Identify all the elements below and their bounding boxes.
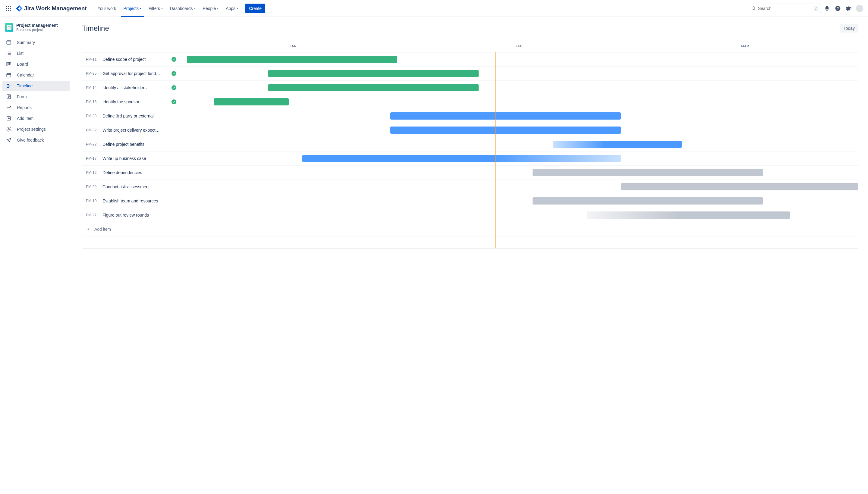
- task-info: PM-22Define project benefits: [82, 137, 180, 151]
- svg-point-7: [7, 53, 7, 54]
- task-title: Identify the sponsor: [103, 99, 169, 104]
- task-info: PM-33Define 3rd party or external: [82, 109, 180, 123]
- sidebar-item-label: Calendar: [17, 73, 34, 77]
- today-marker: [496, 52, 496, 248]
- gantt-cell: [180, 137, 858, 151]
- gantt-bar[interactable]: [587, 211, 790, 219]
- gantt-bar[interactable]: [553, 141, 682, 148]
- today-button[interactable]: Today: [840, 24, 858, 33]
- month-header: MAR: [632, 40, 858, 52]
- sidebar-item-label: Add item: [17, 116, 34, 121]
- month-header: JAN: [180, 40, 406, 52]
- sidebar-item-reports[interactable]: Reports: [2, 102, 70, 113]
- sidebar-item-settings[interactable]: Project settings: [2, 124, 70, 134]
- task-row[interactable]: PM-13Identify the sponsor: [82, 95, 858, 109]
- notifications-button[interactable]: [822, 4, 832, 13]
- timeline-body: PM-11Define scope of projectPM-35Get app…: [82, 52, 858, 222]
- sidebar-item-label: Board: [17, 62, 28, 66]
- task-title: Conduct risk assessment: [103, 184, 174, 189]
- chevron-down-icon: ▾: [161, 7, 163, 10]
- task-title: Define 3rd party or external: [103, 114, 174, 118]
- task-row[interactable]: PM-22Define project benefits: [82, 137, 858, 152]
- settings-button[interactable]: [844, 4, 853, 13]
- nav-your-work[interactable]: Your work: [95, 4, 119, 13]
- gantt-bar[interactable]: [533, 169, 763, 176]
- task-row[interactable]: PM-10Establish team and resources: [82, 194, 858, 208]
- sidebar-item-board[interactable]: Board: [2, 59, 70, 69]
- task-row[interactable]: PM-29Conduct risk assessment: [82, 180, 858, 194]
- gantt-bar[interactable]: [621, 183, 858, 190]
- gantt-bar[interactable]: [268, 70, 478, 77]
- svg-rect-13: [8, 62, 10, 65]
- task-info: PM-32Write project delivery expect…: [82, 123, 180, 137]
- gantt-cell: [180, 208, 858, 222]
- top-nav: Jira Work Management Your work Projects▾…: [0, 0, 868, 17]
- task-row[interactable]: PM-27Figure out review rounds: [82, 208, 858, 222]
- sidebar-item-add[interactable]: Add item: [2, 113, 70, 124]
- sidebar-item-form[interactable]: Form: [2, 92, 70, 102]
- profile-button[interactable]: [855, 4, 864, 13]
- gantt-bar[interactable]: [187, 56, 397, 63]
- task-row[interactable]: PM-11Define scope of project: [82, 52, 858, 66]
- task-row[interactable]: PM-17Write up business case: [82, 152, 858, 166]
- done-check-icon: [171, 57, 176, 62]
- app-switcher-icon: [6, 6, 11, 11]
- task-info: PM-17Write up business case: [82, 152, 180, 165]
- task-id: PM-35: [86, 71, 103, 76]
- product-name: Jira Work Management: [24, 5, 87, 12]
- sidebar-item-timeline[interactable]: Timeline: [2, 81, 70, 91]
- sidebar-item-feedback[interactable]: Give feedback: [2, 135, 70, 145]
- sidebar-item-summary[interactable]: Summary: [2, 37, 70, 48]
- gantt-bar[interactable]: [302, 155, 621, 162]
- product-logo[interactable]: Jira Work Management: [16, 5, 87, 12]
- gantt-bar[interactable]: [214, 98, 289, 106]
- chevron-down-icon: ▾: [140, 7, 141, 10]
- page-title: Timeline: [82, 24, 109, 33]
- bell-icon: [824, 5, 830, 12]
- avatar-icon: [856, 5, 863, 12]
- nav-people[interactable]: People▾: [200, 4, 221, 13]
- gantt-cell: [180, 66, 858, 80]
- sidebar-item-label: Reports: [17, 105, 32, 110]
- page-header: Timeline Today: [82, 24, 858, 33]
- gantt-bar[interactable]: [533, 197, 763, 205]
- task-row[interactable]: PM-12Define dependencies: [82, 166, 858, 180]
- task-id: PM-22: [86, 142, 103, 146]
- gantt-cell: [180, 81, 858, 95]
- gantt-cell: [180, 166, 858, 179]
- task-row[interactable]: PM-35Get approval for project fund…: [82, 66, 858, 81]
- project-avatar: 📋: [5, 23, 13, 32]
- help-button[interactable]: ?: [833, 4, 843, 13]
- task-id: PM-14: [86, 86, 103, 90]
- create-button[interactable]: Create: [245, 4, 265, 13]
- task-title: Define dependencies: [103, 170, 174, 175]
- task-row[interactable]: PM-14Identify all stakeholders: [82, 81, 858, 95]
- project-type: Business project: [16, 28, 58, 32]
- sidebar-item-calendar[interactable]: Calendar: [2, 70, 70, 80]
- gantt-bar[interactable]: [390, 127, 621, 134]
- done-check-icon: [171, 85, 176, 90]
- sidebar-item-label: List: [17, 51, 23, 56]
- project-header[interactable]: 📋 Project management Business project: [2, 23, 70, 37]
- task-column-header: [82, 40, 180, 52]
- sidebar-item-label: Give feedback: [17, 138, 44, 142]
- search-input[interactable]: [758, 6, 814, 11]
- search-box[interactable]: /: [749, 4, 821, 13]
- task-info: PM-10Establish team and resources: [82, 194, 180, 208]
- app-switcher-button[interactable]: [4, 4, 13, 13]
- svg-rect-20: [7, 86, 10, 86]
- sidebar-item-list[interactable]: List: [2, 48, 70, 58]
- task-id: PM-10: [86, 199, 103, 203]
- gantt-bar[interactable]: [390, 112, 621, 119]
- gantt-cell: [180, 194, 858, 208]
- task-row[interactable]: PM-32Write project delivery expect…: [82, 123, 858, 137]
- sidebar-item-label: Project settings: [17, 127, 46, 132]
- done-check-icon: [171, 99, 176, 104]
- gantt-bar[interactable]: [268, 84, 478, 91]
- nav-filters[interactable]: Filters▾: [146, 4, 165, 13]
- add-item-row[interactable]: + Add item: [82, 222, 858, 236]
- nav-apps[interactable]: Apps▾: [223, 4, 241, 13]
- nav-dashboards[interactable]: Dashboards▾: [168, 4, 198, 13]
- task-row[interactable]: PM-33Define 3rd party or external: [82, 109, 858, 123]
- nav-projects[interactable]: Projects▾: [121, 4, 144, 13]
